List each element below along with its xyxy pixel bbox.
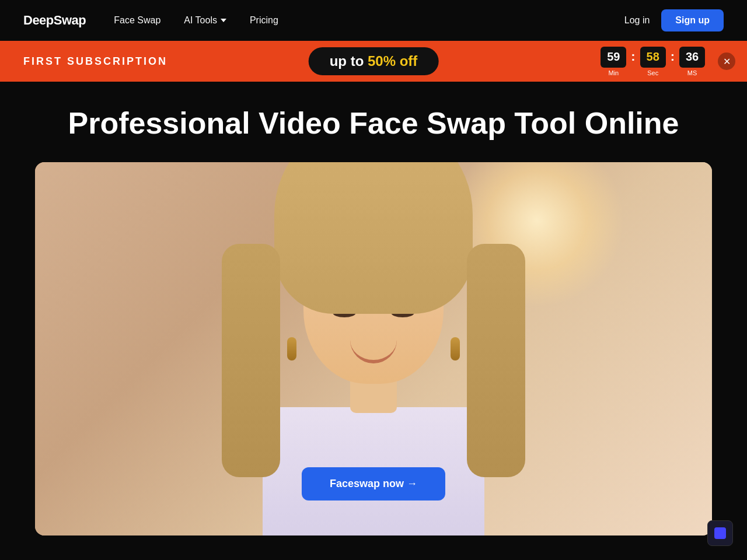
timer-ms-value: 36	[679, 47, 705, 68]
hero-hair-side-left	[222, 244, 280, 477]
login-button[interactable]: Log in	[624, 15, 650, 26]
promo-center: up to 50% off	[309, 47, 439, 75]
promo-discount-pill: up to 50% off	[309, 47, 439, 75]
logo[interactable]: DeepSwap	[23, 13, 86, 28]
timer-min-label: Min	[608, 69, 619, 76]
timer-min-block: 59 Min	[601, 47, 626, 76]
timer-sec-value: 58	[640, 47, 666, 68]
nav-face-swap[interactable]: Face Swap	[114, 15, 160, 26]
timer-min-value: 59	[601, 47, 626, 68]
main-content: Professional Video Face Swap Tool Online…	[0, 82, 747, 536]
hero-earring-left	[287, 337, 296, 360]
chevron-down-icon	[221, 19, 226, 22]
hero-image-container: Faceswap now →	[35, 162, 712, 536]
close-banner-button[interactable]: ✕	[718, 52, 735, 70]
navbar: DeepSwap Face Swap AI Tools Pricing Log …	[0, 0, 747, 41]
signup-button[interactable]: Sign up	[661, 9, 724, 32]
navbar-left: DeepSwap Face Swap AI Tools Pricing	[23, 13, 278, 28]
timer-ms-block: 36 MS	[679, 47, 705, 76]
nav-links: Face Swap AI Tools Pricing	[114, 15, 278, 26]
floating-btn-icon	[714, 527, 726, 539]
promo-discount-value: 50% off	[368, 53, 417, 69]
hero-earring-right	[451, 337, 460, 360]
hero-hair-side-right	[467, 244, 525, 477]
page-title: Professional Video Face Swap Tool Online	[68, 105, 679, 141]
promo-text: FIRST SUBSCRIPTION	[23, 55, 167, 68]
timer-sec-label: Sec	[647, 69, 658, 76]
timer-ms-label: MS	[687, 69, 697, 76]
promo-right: 59 Min : 58 Sec : 36 MS ✕	[601, 47, 735, 76]
timer-colon-2: :	[669, 49, 676, 64]
navbar-right: Log in Sign up	[624, 9, 724, 32]
timer-sec-block: 58 Sec	[640, 47, 666, 76]
nav-ai-tools[interactable]: AI Tools	[184, 15, 226, 26]
faceswap-button[interactable]: Faceswap now →	[302, 467, 445, 501]
timer-colon-1: :	[630, 49, 636, 64]
promo-prefix: up to	[330, 53, 368, 69]
nav-pricing[interactable]: Pricing	[250, 15, 278, 26]
hero-hair	[274, 162, 473, 314]
promo-banner: FIRST SUBSCRIPTION up to 50% off 59 Min …	[0, 41, 747, 82]
floating-action-button[interactable]	[707, 520, 733, 546]
